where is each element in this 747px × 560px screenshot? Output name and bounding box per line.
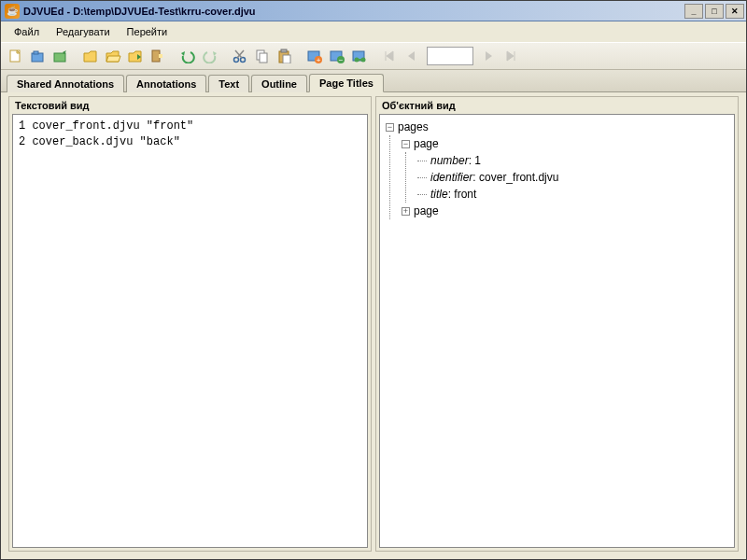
nav-first-icon (378, 45, 401, 67)
tree-toggle-icon[interactable]: + (402, 207, 410, 216)
tab-shared-annotations[interactable]: Shared Annotations (7, 75, 124, 92)
text-view-header: Текстовий вид (9, 97, 371, 114)
tabstrip: Shared Annotations Annotations Text Outl… (1, 70, 746, 92)
folder-export-icon[interactable] (124, 45, 147, 67)
cut-icon[interactable] (229, 45, 251, 67)
tree-prop[interactable]: number : 1 (417, 152, 728, 169)
object-view-header: Об'єктний вид (376, 97, 738, 114)
copy-icon[interactable] (251, 45, 274, 67)
svg-text:−: − (339, 56, 344, 63)
text-line: 2 cover_back.djvu "back" (19, 135, 180, 148)
window-title: DJVUEd - D:\temp\DJVUEd-Test\krru-cover.… (23, 6, 684, 17)
folder-icon[interactable] (79, 45, 102, 67)
maximize-button[interactable]: □ (705, 4, 724, 19)
prop-val: : 1 (469, 154, 481, 167)
paste-icon[interactable] (274, 45, 296, 67)
svg-point-21 (361, 58, 366, 63)
toolbar: + − (1, 42, 746, 70)
open-icon[interactable] (27, 45, 49, 67)
menu-goto[interactable]: Перейти (120, 24, 176, 39)
svg-rect-4 (152, 50, 160, 62)
prop-key: identifier (430, 171, 472, 184)
book-remove-icon[interactable]: − (326, 45, 348, 67)
page-number-input[interactable] (427, 47, 473, 65)
folder-open-icon[interactable] (102, 45, 124, 67)
svg-text:+: + (317, 56, 321, 63)
text-line: 1 cover_front.djvu "front" (19, 119, 193, 133)
tab-page-titles[interactable]: Page Titles (309, 74, 384, 92)
svg-rect-11 (281, 49, 287, 52)
prop-key: number (430, 154, 469, 167)
tree-root-label: pages (398, 120, 429, 133)
menu-file[interactable]: Файл (7, 24, 47, 39)
object-tree[interactable]: − pages − page number : 1 (379, 114, 735, 548)
tree-prop[interactable]: identifier : cover_front.djvu (417, 169, 728, 186)
svg-rect-2 (34, 51, 38, 54)
svg-rect-5 (159, 54, 162, 58)
app-icon: ☕ (5, 4, 20, 19)
content-area: Текстовий вид 1 cover_front.djvu "front"… (1, 92, 746, 559)
tree-page-label[interactable]: page (414, 137, 439, 150)
text-view-body[interactable]: 1 cover_front.djvu "front" 2 cover_back.… (12, 114, 368, 548)
new-icon[interactable] (5, 45, 27, 67)
undo-icon[interactable] (176, 45, 199, 67)
prop-val: : front (448, 188, 477, 201)
svg-rect-12 (283, 55, 290, 63)
prop-key: title (430, 188, 448, 201)
svg-rect-9 (260, 53, 267, 63)
redo-icon (199, 45, 221, 67)
tree-page-label[interactable]: page (414, 204, 439, 217)
svg-rect-3 (54, 53, 65, 62)
tree-toggle-icon[interactable]: − (386, 123, 394, 132)
menu-edit[interactable]: Редагувати (49, 24, 118, 39)
nav-last-icon (500, 45, 522, 67)
book-link-icon[interactable] (348, 45, 371, 67)
svg-point-20 (355, 58, 359, 63)
tree-prop[interactable]: title : front (417, 186, 728, 203)
minimize-button[interactable]: _ (684, 4, 703, 19)
text-view-pane: Текстовий вид 1 cover_front.djvu "front"… (8, 96, 372, 552)
exit-icon[interactable] (147, 45, 169, 67)
object-view-pane: Об'єктний вид − pages − page (375, 96, 739, 552)
window-buttons: _ □ ✕ (684, 4, 744, 19)
book-add-icon[interactable]: + (303, 45, 326, 67)
close-button[interactable]: ✕ (726, 4, 744, 19)
nav-next-icon (477, 45, 500, 67)
save-icon[interactable] (49, 45, 72, 67)
tab-outline[interactable]: Outline (251, 75, 307, 92)
titlebar: ☕ DJVUEd - D:\temp\DJVUEd-Test\krru-cove… (1, 1, 746, 21)
tab-annotations[interactable]: Annotations (126, 75, 206, 92)
menubar: Файл Редагувати Перейти (1, 21, 746, 42)
nav-prev-icon (401, 45, 423, 67)
prop-val: : cover_front.djvu (472, 171, 558, 184)
tab-text[interactable]: Text (208, 75, 249, 92)
tree-toggle-icon[interactable]: − (402, 140, 410, 148)
